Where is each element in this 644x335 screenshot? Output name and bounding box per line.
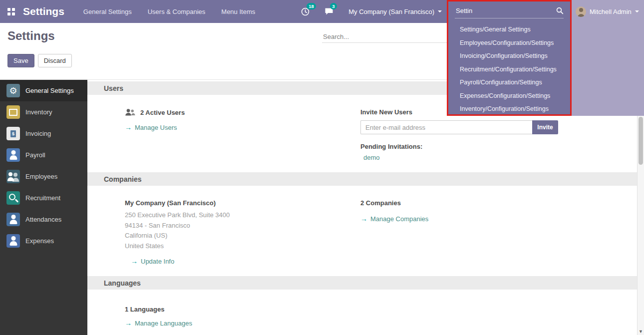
user-menu-label: Mitchell Admin (590, 8, 632, 15)
navbar-menus: General Settings Users & Companies Menu … (83, 8, 255, 15)
search-result[interactable]: Expenses/Configuration/Settings (448, 89, 570, 103)
activities-button[interactable]: 18 (301, 7, 310, 16)
sidebar-item-label: Attendances (25, 216, 61, 223)
invite-button[interactable]: Invite (532, 120, 558, 134)
sidebar-item-general-settings[interactable]: General Settings (0, 80, 87, 101)
scrollbar-thumb[interactable] (639, 117, 643, 165)
pending-user-link[interactable]: demo (363, 154, 380, 161)
messages-badge: 3 (330, 3, 336, 9)
languages-section: 1 Languages Manage Languages (87, 290, 637, 328)
sidebar-item-label: Inventory (25, 108, 52, 116)
user-menu-area: Mitchell Admin (572, 0, 644, 116)
update-info-link[interactable]: Update Info (131, 257, 174, 265)
nav-item-menu-items[interactable]: Menu Items (221, 8, 255, 15)
sidebar-item-payroll[interactable]: Payroll (0, 144, 87, 166)
user-menu[interactable]: Mitchell Admin (572, 0, 644, 23)
active-users-count: 2 Active Users (140, 109, 185, 116)
company-menu[interactable]: My Company (San Francisco) (348, 8, 442, 15)
search-result[interactable]: Settings/General Settings (448, 23, 570, 36)
arrow-right-icon (125, 123, 132, 131)
search-result[interactable]: Employees/Configuration/Settings (448, 36, 570, 50)
companies-section: My Company (San Francisco) 250 Executive… (87, 186, 637, 276)
menu-search-results: Settings/General Settings Employees/Conf… (448, 23, 570, 116)
company-address: 250 Executive Park Blvd, Suite 3400 9413… (125, 210, 360, 251)
sidebar-item-employees[interactable]: Employees (0, 166, 87, 187)
manage-languages-link[interactable]: Manage Languages (125, 319, 192, 327)
company-name: My Company (San Francisco) (125, 199, 360, 207)
recruitment-icon (6, 191, 20, 205)
search-result[interactable]: Inventory/Configuration/Settings (448, 102, 570, 116)
page-title: Settings (7, 29, 55, 43)
general-settings-icon (6, 84, 20, 97)
attendances-icon (6, 213, 20, 226)
chevron-down-icon (635, 10, 639, 14)
discard-button[interactable]: Discard (38, 54, 72, 67)
menu-search-input[interactable] (455, 6, 556, 15)
sidebar-item-label: Employees (25, 173, 57, 180)
sidebar-item-label: Expenses (25, 237, 54, 245)
employees-icon (6, 170, 20, 183)
activities-badge: 18 (307, 3, 316, 9)
nav-item-general-settings[interactable]: General Settings (83, 8, 132, 15)
messages-button[interactable]: 3 (324, 7, 333, 15)
menu-search-row (455, 6, 564, 18)
search-result[interactable]: Recruitment/Configuration/Settings (448, 63, 570, 76)
chevron-down-icon (438, 10, 442, 14)
sidebar-item-invoicing[interactable]: Invoicing (0, 123, 87, 144)
sidebar-item-label: General Settings (25, 87, 74, 94)
save-button[interactable]: Save (7, 54, 34, 67)
sidebar-item-label: Invoicing (25, 130, 51, 137)
search-icon[interactable] (556, 7, 564, 14)
arrow-right-icon (125, 319, 132, 327)
arrow-right-icon (131, 257, 138, 265)
languages-count: 1 Languages (125, 306, 637, 313)
company-menu-label: My Company (San Francisco) (348, 8, 434, 15)
users-icon (125, 108, 135, 116)
invoicing-icon (6, 127, 20, 140)
sidebar-item-recruitment[interactable]: Recruitment (0, 187, 87, 209)
sidebar-item-expenses[interactable]: Expenses (0, 230, 87, 252)
expenses-icon (6, 234, 20, 248)
sidebar-item-attendances[interactable]: Attendances (0, 209, 87, 230)
sidebar-item-label: Payroll (25, 151, 45, 159)
search-result[interactable]: Payroll/Configuration/Settings (448, 76, 570, 89)
sidebar-item-label: Recruitment (25, 194, 60, 202)
avatar (576, 6, 586, 17)
manage-companies-link[interactable]: Manage Companies (360, 215, 428, 223)
arrow-right-icon (360, 215, 367, 223)
invite-email-input[interactable] (360, 120, 532, 134)
invite-row: Invite (360, 120, 558, 134)
payroll-icon (6, 148, 20, 162)
manage-users-link[interactable]: Manage Users (125, 123, 177, 131)
pending-invitations-label: Pending Invitations: (360, 143, 558, 150)
apps-menu-icon[interactable] (0, 0, 22, 23)
scroll-down-arrow-icon[interactable] (638, 329, 644, 334)
systray: 18 3 My Company (San Francisco) (301, 7, 442, 16)
nav-item-users-companies[interactable]: Users & Companies (148, 8, 206, 15)
companies-count: 2 Companies (360, 199, 558, 207)
vertical-scrollbar[interactable] (637, 80, 644, 335)
settings-content: Users 2 Active Users Manage Users Invite… (87, 80, 637, 335)
search-result[interactable]: Invoicing/Configuration/Settings (448, 49, 570, 63)
menu-search-dropdown: Settings/General Settings Employees/Conf… (447, 0, 572, 116)
grid-icon (7, 8, 15, 15)
control-panel-buttons: Save Discard (7, 54, 72, 67)
section-header-languages: Languages (87, 276, 637, 290)
sidebar-item-inventory[interactable]: Inventory (0, 101, 87, 123)
section-header-companies: Companies (87, 172, 637, 186)
app-title[interactable]: Settings (23, 5, 64, 17)
inventory-icon (6, 105, 20, 119)
settings-sidebar: General Settings Inventory Invoicing Pay… (0, 80, 87, 335)
